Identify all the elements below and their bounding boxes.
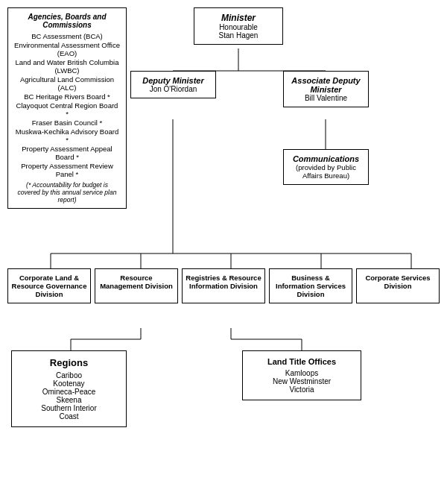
agencies-title: Agencies, Boards and Commissions [14,13,120,29]
land-title-3: Victoria [247,385,356,394]
region-5: Southern Interior [16,404,121,412]
minister-line2: Stan Hagen [200,31,276,40]
land-title-box: Land Title Offices Kamloops New Westmins… [242,350,361,400]
minister-box: Minister Honourable Stan Hagen [194,7,283,45]
agency-8: Muskwa-Kechika Advisory Board * [14,127,120,144]
agency-1: BC Assessment (BCA) [14,32,120,40]
agency-3: Land and Water British Columbia (LWBC) [14,58,120,75]
division-5: Corporate Services Division [356,268,440,303]
agency-10: Property Assessment Review Panel * [14,162,120,178]
agency-9: Property Assessment Appeal Board * [14,145,120,161]
agencies-items: BC Assessment (BCA) Environmental Assess… [14,32,120,178]
division-4: Business & Information Services Division [269,268,352,303]
region-4: Skeena [16,396,121,404]
region-3: Omineca-Peace [16,388,121,396]
agency-6: Clayoquot Central Region Board * [14,101,120,118]
land-title-2: New Westminster [247,377,356,385]
minister-title: Minister [200,13,276,23]
minister-line1: Honourable [200,23,276,31]
region-2: Kootenay [16,379,121,388]
agency-4: Agricultural Land Commission (ALC) [14,75,120,92]
org-chart: Agencies, Boards and Commissions BC Asse… [0,0,447,15]
comms-sub: (provided by Public Affairs Bureau) [290,163,362,180]
regions-box: Regions Cariboo Kootenay Omineca-Peace S… [11,350,127,427]
agency-7: Fraser Basin Council * [14,119,120,127]
land-title-1: Kamloops [247,369,356,377]
agency-2: Environmental Assessment Office (EAO) [14,41,120,57]
assoc-name: Bill Valentine [290,94,362,102]
agencies-note: (* Accountability for budget is covered … [14,181,120,204]
region-1: Cariboo [16,371,121,379]
comms-title: Communications [290,154,362,163]
agency-5: BC Heritage Rivers Board * [14,92,120,101]
communications-box: Communications (provided by Public Affai… [283,149,369,185]
deputy-minister-box: Deputy Minister Jon O'Riordan [130,71,216,98]
land-title-title: Land Title Offices [247,357,356,366]
assoc-title: Associate Deputy Minister [290,76,362,94]
divisions-row: Corporate Land & Resource Governance Div… [7,268,440,303]
region-6: Coast [16,412,121,420]
assoc-deputy-box: Associate Deputy Minister Bill Valentine [283,71,369,107]
deputy-name: Jon O'Riordan [137,85,209,93]
division-3: Registries & Resource Information Divisi… [182,268,265,303]
division-1: Corporate Land & Resource Governance Div… [7,268,91,303]
division-2: Resource Management Division [95,268,178,303]
deputy-title: Deputy Minister [137,76,209,85]
agencies-box: Agencies, Boards and Commissions BC Asse… [7,7,127,209]
regions-title: Regions [16,357,121,368]
